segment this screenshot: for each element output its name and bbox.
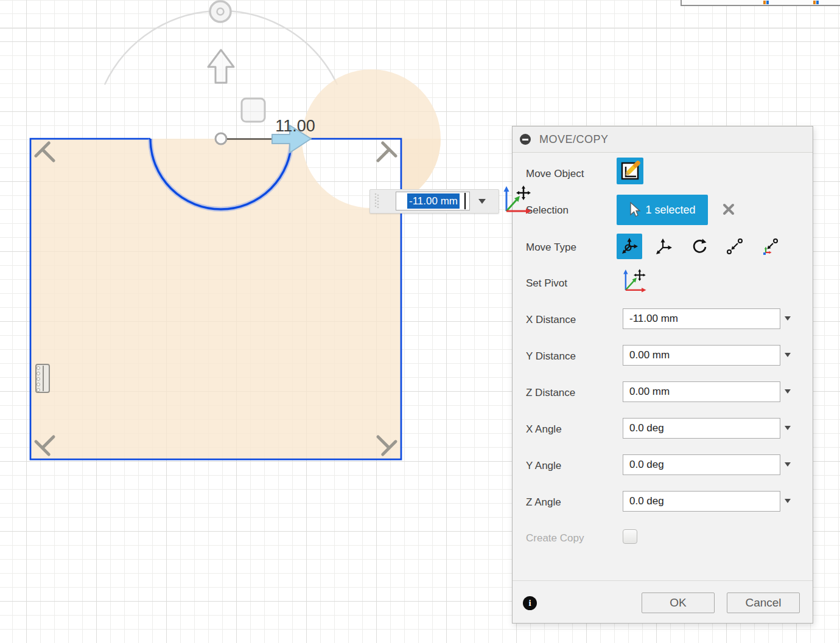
footer-divider bbox=[513, 580, 813, 581]
point-to-point-icon bbox=[726, 237, 744, 255]
y-angle-label: Y Angle bbox=[526, 460, 561, 472]
move-type-rotate[interactable] bbox=[687, 234, 712, 259]
pivot-triad-icon[interactable] bbox=[499, 184, 533, 216]
point-to-position-icon bbox=[761, 237, 779, 255]
origin-grip-handle[interactable] bbox=[215, 133, 226, 144]
drag-grip-icon[interactable] bbox=[373, 192, 382, 210]
x-distance-label: X Distance bbox=[526, 314, 576, 326]
move-cross-icon bbox=[518, 187, 529, 198]
create-copy-label: Create Copy bbox=[526, 532, 584, 544]
distance-input[interactable]: -11.00 mm bbox=[396, 192, 470, 210]
create-copy-checkbox[interactable] bbox=[623, 529, 637, 544]
move-type-label: Move Type bbox=[526, 242, 576, 254]
toolbar-icon-fragment bbox=[763, 1, 766, 4]
move-type-point-to-point[interactable] bbox=[722, 234, 747, 259]
rotate-icon bbox=[690, 237, 709, 255]
dimension-value: 11.00 bbox=[275, 117, 315, 135]
move-type-free-move[interactable] bbox=[617, 234, 642, 259]
move-type-point-to-position[interactable] bbox=[757, 234, 783, 259]
z-distance-field[interactable]: 0.00 mm bbox=[623, 381, 780, 402]
cutoff-toolbar-fragment bbox=[681, 0, 840, 6]
ok-button[interactable]: OK bbox=[642, 593, 715, 613]
info-icon[interactable]: i bbox=[523, 596, 537, 610]
distance-input-selected-text: -11.00 mm bbox=[407, 193, 460, 209]
move-type-translate[interactable] bbox=[651, 234, 677, 259]
toolbar-icon-fragment bbox=[816, 1, 819, 4]
y-angle-dropdown[interactable] bbox=[785, 462, 791, 467]
toolbar-icon-fragment bbox=[766, 1, 769, 4]
y-distance-dropdown[interactable] bbox=[785, 353, 791, 357]
edge-constraint-icon[interactable] bbox=[36, 364, 49, 392]
z-angle-field[interactable]: 0.0 deg bbox=[623, 491, 780, 512]
set-pivot-icon[interactable] bbox=[620, 268, 648, 294]
floating-dimension-bar[interactable]: -11.00 mm bbox=[369, 189, 499, 214]
x-distance-dropdown[interactable] bbox=[785, 316, 791, 321]
toolbar-icon-fragment bbox=[813, 1, 816, 4]
text-caret bbox=[464, 193, 466, 209]
y-distance-label: Y Distance bbox=[526, 350, 576, 363]
dialog-title: MOVE/COPY bbox=[539, 133, 609, 146]
selection-count: 1 selected bbox=[645, 204, 695, 217]
dialog-header[interactable]: MOVE/COPY bbox=[513, 127, 813, 153]
sketch-pencil-icon bbox=[619, 160, 641, 182]
clear-selection-icon[interactable] bbox=[722, 203, 735, 216]
plane-handle[interactable] bbox=[242, 99, 265, 122]
z-distance-dropdown[interactable] bbox=[785, 389, 791, 394]
collapse-icon[interactable] bbox=[520, 134, 531, 145]
selection-button[interactable]: 1 selected bbox=[617, 195, 708, 225]
z-angle-dropdown[interactable] bbox=[785, 499, 791, 503]
x-angle-dropdown[interactable] bbox=[785, 426, 791, 430]
cancel-button[interactable]: Cancel bbox=[727, 593, 800, 613]
y-angle-field[interactable]: 0.0 deg bbox=[623, 454, 780, 475]
move-object-label: Move Object bbox=[526, 168, 584, 180]
z-distance-label: Z Distance bbox=[526, 387, 575, 399]
rotate-handle[interactable] bbox=[210, 1, 231, 22]
perpendicular-constraint-icon[interactable] bbox=[371, 143, 396, 167]
sketch-canvas[interactable]: 11.00 -11.00 mm bbox=[0, 0, 840, 643]
y-arrow-handle[interactable] bbox=[208, 50, 234, 83]
free-move-icon bbox=[620, 237, 639, 255]
set-pivot-label: Set Pivot bbox=[526, 277, 567, 290]
profile-region[interactable] bbox=[30, 69, 441, 459]
x-angle-label: X Angle bbox=[526, 423, 562, 436]
distance-input-dropdown[interactable] bbox=[478, 199, 486, 204]
move-object-button[interactable] bbox=[617, 158, 643, 184]
x-distance-field[interactable]: -11.00 mm bbox=[623, 308, 780, 329]
y-distance-field[interactable]: 0.00 mm bbox=[623, 345, 780, 366]
x-angle-field[interactable]: 0.0 deg bbox=[623, 418, 780, 439]
cursor-arrow-icon bbox=[629, 202, 641, 218]
move-copy-dialog: MOVE/COPY Move Object Selection 1 select… bbox=[512, 126, 813, 624]
translate-icon bbox=[655, 237, 673, 255]
z-angle-label: Z Angle bbox=[526, 496, 561, 509]
